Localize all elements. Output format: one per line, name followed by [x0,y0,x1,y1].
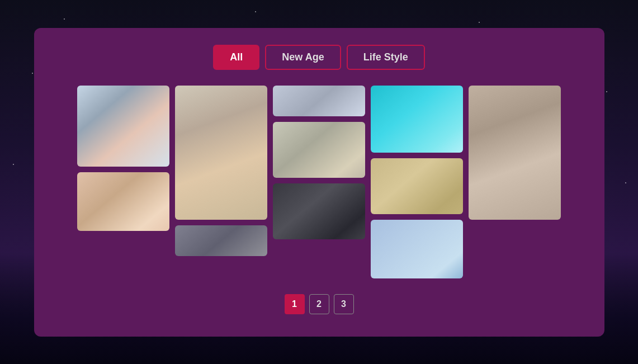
gallery-col-4 [371,86,463,278]
page-1-button[interactable]: 1 [285,294,305,314]
gallery-col-3 [273,86,365,239]
gallery-col-1 [77,86,169,231]
gallery-item-bench[interactable] [273,183,365,239]
gallery-item-jumping-guy[interactable] [273,86,365,116]
gallery-item-street-outfit[interactable] [175,225,267,256]
filter-life-style-button[interactable]: Life Style [347,45,425,70]
main-container: All New Age Life Style [34,28,604,337]
gallery-item-asian-woman[interactable] [469,86,561,220]
gallery-item-teal-woman[interactable] [371,86,463,153]
filter-bar: All New Age Life Style [56,45,582,70]
page-3-button[interactable]: 3 [334,294,354,314]
gallery-item-black-woman[interactable] [175,86,267,220]
gallery-item-galleria-woman[interactable] [371,158,463,214]
filter-all-button[interactable]: All [213,45,259,70]
gallery-grid [56,86,582,278]
gallery-item-shopping-couple[interactable] [77,172,169,231]
filter-new-age-button[interactable]: New Age [265,45,341,70]
page-2-button[interactable]: 2 [309,294,329,314]
gallery-col-2 [175,86,267,256]
gallery-item-woman-phone[interactable] [273,122,365,178]
gallery-item-couple-bags[interactable] [371,220,463,278]
gallery-item-blond-woman[interactable] [77,86,169,167]
gallery-col-5 [469,86,561,220]
pagination: 1 2 3 [56,294,582,314]
